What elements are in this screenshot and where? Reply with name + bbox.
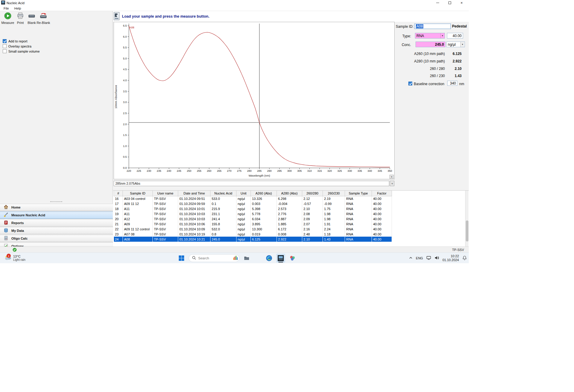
type-factor-field[interactable]: 40.00 — [447, 33, 463, 39]
baseline-wavelength-input[interactable]: 340 — [447, 81, 457, 86]
close-button[interactable]: × — [456, 0, 468, 6]
weather-temp: 13°C — [13, 255, 25, 258]
table-row[interactable]: 18A11TP-SSV01.10.2024 10:01215.9ng/µl5.3… — [114, 206, 392, 211]
left-panel: Measure Print Blank Re-Blank Add to repo… — [0, 11, 113, 246]
a280-label: A280 (10 mm path) — [414, 59, 445, 63]
svg-text:305: 305 — [297, 169, 302, 172]
conc-unit-select[interactable]: ng/µl ▾ — [446, 42, 465, 47]
svg-text:235: 235 — [157, 169, 161, 172]
measure-button[interactable]: Measure — [2, 12, 14, 24]
ratio-260-230-value: 1.43 — [455, 74, 462, 78]
spectrum-svg[interactable]: 2202252302352402452502552602652702752802… — [114, 22, 394, 179]
scrollbar-thumb[interactable] — [466, 220, 468, 241]
column-header[interactable]: 260/280 — [302, 191, 323, 196]
cursor-readout-bar: 285nm 2.075Abs — [114, 181, 389, 186]
column-header[interactable]: # — [114, 191, 123, 196]
svg-text:5.0: 5.0 — [123, 57, 127, 60]
reblank-icon — [39, 12, 47, 20]
svg-text:280: 280 — [247, 169, 251, 172]
small-sample-volume-checkbox[interactable] — [3, 49, 7, 53]
sidebar-item-measure-nucleic-acid[interactable]: Measure Nucleic Acid — [0, 212, 113, 219]
column-header[interactable]: Factor — [372, 191, 392, 196]
svg-text:320: 320 — [327, 169, 332, 172]
volume-icon[interactable] — [434, 255, 439, 261]
conc-value-field[interactable]: 245.0 — [416, 42, 445, 47]
search-input[interactable] — [198, 256, 230, 260]
printer-icon — [16, 12, 24, 20]
x-axis-label: Wavelength (nm) — [249, 174, 270, 177]
column-header[interactable]: Sample ID — [123, 191, 153, 196]
svg-text:345: 345 — [378, 169, 382, 172]
tray-chevron-up-icon[interactable] — [409, 256, 413, 260]
column-header[interactable]: Date and Time — [178, 191, 210, 196]
table-row[interactable]: 20A12TP-SSV01.10.2024 10:03241.4ng/µl6.0… — [114, 216, 392, 221]
notifications-bell-icon[interactable] — [462, 255, 467, 261]
table-row[interactable]: 17A09 11 12TP-SSV01.10.2024 09:590.1ng/µ… — [114, 201, 392, 206]
taskbar-search[interactable] — [189, 254, 239, 262]
system-tray: ENG 10:22 01.10.2024 — [409, 253, 467, 263]
sidebar-item-my-data[interactable]: My Data — [0, 227, 113, 234]
collapse-panel-button[interactable]: « — [390, 175, 394, 179]
reblank-button[interactable]: Re-Blank — [36, 12, 50, 24]
maximize-button[interactable] — [444, 0, 456, 6]
app-window: Nucleic Acid × File Help Measure Print — [0, 0, 469, 252]
column-header[interactable]: A260 (Abs) — [251, 191, 277, 196]
sidebar-item-reports[interactable]: Reports — [0, 219, 113, 226]
column-header[interactable]: Nucleic Acid — [210, 191, 236, 196]
svg-text:2.0: 2.0 — [123, 123, 127, 126]
results-table-body: 16A03 04 controlTP-SSV01.10.2024 09:5153… — [114, 196, 392, 242]
column-header[interactable]: User name — [153, 191, 178, 196]
clock-date: 01.10.2024 — [442, 258, 459, 262]
svg-text:295: 295 — [277, 169, 282, 172]
add-to-report-checkbox[interactable] — [3, 39, 7, 43]
svg-text:325: 325 — [338, 169, 342, 172]
column-header[interactable]: Unit — [236, 191, 251, 196]
overlay-spectra-option[interactable]: Overlay spectra — [3, 44, 31, 48]
baseline-correction-checkbox[interactable] — [408, 82, 412, 85]
menu-file[interactable]: File — [4, 7, 9, 10]
sample-id-value: A08 — [416, 24, 423, 28]
cast-display-icon[interactable] — [426, 255, 431, 261]
column-header[interactable]: Sample Type — [345, 191, 372, 196]
table-row[interactable]: 24A08TP-SSV01.10.2024 10:21245.0ng/µl6.1… — [114, 237, 392, 242]
table-row[interactable]: 21A09TP-SSV01.10.2024 10:06155.8ng/µl3.8… — [114, 221, 392, 226]
results-table: #Sample IDUser nameDate and TimeNucleic … — [113, 190, 469, 246]
utility-app-button[interactable] — [288, 254, 297, 263]
nucleic-acid-app-button[interactable] — [276, 254, 285, 263]
table-row[interactable]: 19A11TP-SSV01.10.2024 10:03231.1ng/µl5.7… — [114, 211, 392, 216]
sidebar-item-oligo-calc[interactable]: Oligo Calc — [0, 235, 113, 242]
blank-button[interactable]: Blank — [26, 12, 38, 24]
svg-text:1.0: 1.0 — [123, 145, 127, 148]
file-explorer-button[interactable] — [242, 254, 251, 263]
splitter-handle[interactable] — [50, 201, 62, 203]
type-value: RNA — [416, 34, 424, 38]
column-header[interactable]: A280 (Abs) — [277, 191, 302, 196]
table-header-row: #Sample IDUser nameDate and TimeNucleic … — [114, 191, 392, 196]
sidebar-item-home[interactable]: Home — [0, 204, 113, 211]
home-icon — [4, 205, 8, 210]
type-label: Type: — [395, 34, 411, 38]
column-header[interactable]: 260/230 — [323, 191, 345, 196]
minimize-button[interactable] — [432, 0, 444, 6]
collapse-readout-button[interactable]: « — [390, 181, 394, 186]
overlay-spectra-checkbox[interactable] — [3, 44, 7, 48]
table-row[interactable]: 16A03 04 controlTP-SSV01.10.2024 09:5153… — [114, 196, 392, 201]
type-select[interactable]: RNA ▾ — [415, 33, 445, 39]
taskbar-clock[interactable]: 10:22 01.10.2024 — [442, 254, 459, 262]
language-indicator[interactable]: ENG — [416, 256, 423, 260]
svg-text:0.5: 0.5 — [123, 155, 127, 158]
edge-browser-button[interactable] — [265, 254, 274, 263]
print-button[interactable]: Print — [14, 12, 26, 24]
start-button[interactable] — [177, 254, 186, 263]
small-sample-volume-option[interactable]: Small sample volume — [3, 49, 40, 53]
table-row[interactable]: 22A09 11 12 controlTP-SSV01.10.2024 10:0… — [114, 226, 392, 232]
weather-widget[interactable]: 1 13°C Light rain — [2, 253, 27, 263]
ratio-260-280-label: 260 / 280 — [430, 67, 445, 71]
y-axis-label: 10mm Absorbance — [114, 85, 117, 108]
sample-id-input[interactable]: A08 — [414, 24, 451, 29]
svg-text:340: 340 — [367, 169, 372, 172]
menu-help[interactable]: Help — [14, 7, 21, 10]
table-scrollbar[interactable] — [465, 191, 468, 247]
table-row[interactable]: 23A07 08TP-SSV01.10.2024 10:190.8ng/µl0.… — [114, 232, 392, 237]
add-to-report-option[interactable]: Add to report — [3, 39, 28, 43]
